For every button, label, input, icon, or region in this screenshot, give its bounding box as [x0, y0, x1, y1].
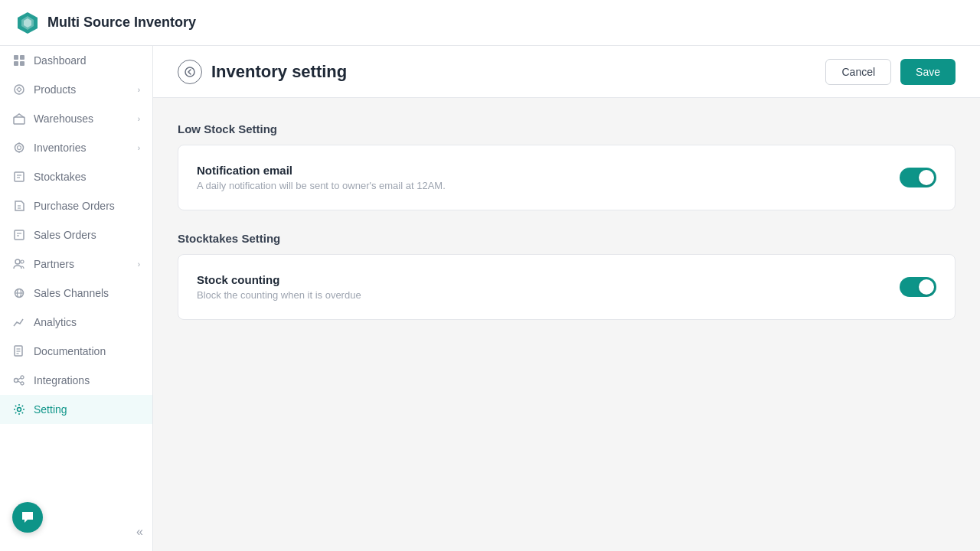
page-header: Inventory setting Cancel Save — [153, 46, 980, 98]
svg-rect-13 — [15, 172, 24, 181]
stock-counting-desc: Block the counting when it is overdue — [197, 289, 361, 301]
sidebar-label-purchase-orders: Purchase Orders — [34, 200, 115, 212]
page-title-area: Inventory setting — [178, 60, 347, 84]
svg-point-10 — [18, 146, 21, 150]
sidebar-label-warehouses: Warehouses — [34, 112, 93, 125]
stocktakes-section: Stocktakes Setting Stock counting Block … — [178, 232, 956, 320]
sidebar-item-inventories[interactable]: Inventories › — [0, 133, 152, 162]
stock-counting-name: Stock counting — [197, 273, 361, 286]
integrations-icon — [12, 373, 26, 387]
sidebar-label-dashboard: Dashboard — [34, 54, 87, 67]
save-button[interactable]: Save — [900, 59, 956, 85]
sidebar-item-setting[interactable]: Setting — [0, 395, 152, 424]
sidebar-item-products[interactable]: Products › — [0, 75, 152, 104]
svg-rect-18 — [15, 230, 24, 240]
svg-point-35 — [18, 408, 21, 412]
svg-point-7 — [15, 85, 24, 94]
stocktakes-icon — [12, 170, 26, 184]
main-layout: Dashboard Products › Warehouses › Invent… — [0, 46, 980, 551]
notification-email-info: Notification email A daily notification … — [197, 164, 446, 191]
stock-counting-toggle-thumb — [919, 279, 934, 295]
sidebar-item-analytics[interactable]: Analytics — [0, 308, 152, 337]
inventories-icon — [12, 141, 26, 155]
notification-email-name: Notification email — [197, 164, 446, 177]
page-title: Inventory setting — [211, 62, 347, 82]
sidebar-item-stocktakes[interactable]: Stocktakes — [0, 162, 152, 191]
svg-point-32 — [21, 382, 24, 385]
svg-rect-8 — [14, 117, 24, 124]
sidebar-label-inventories: Inventories — [34, 142, 86, 154]
notification-email-toggle-thumb — [919, 170, 934, 185]
back-button[interactable] — [178, 60, 202, 84]
svg-point-21 — [15, 259, 20, 264]
products-icon — [12, 83, 26, 96]
stock-counting-info: Stock counting Block the counting when i… — [197, 273, 361, 301]
app-title: Multi Source Inventory — [47, 15, 196, 31]
sidebar-item-sales-orders[interactable]: Sales Orders — [0, 220, 152, 249]
chat-button[interactable] — [12, 502, 43, 533]
sidebar-label-sales-orders: Sales Orders — [34, 229, 96, 241]
notification-email-toggle[interactable] — [900, 168, 936, 187]
stock-counting-toggle[interactable] — [900, 277, 936, 297]
warehouses-chevron: › — [138, 115, 140, 123]
svg-point-36 — [185, 67, 194, 77]
sales-channels-icon — [12, 286, 26, 300]
svg-point-22 — [21, 260, 24, 263]
sidebar-label-products: Products — [34, 83, 76, 96]
cancel-button[interactable]: Cancel — [825, 59, 891, 85]
low-stock-section-title: Low Stock Setting — [178, 122, 956, 135]
sidebar-item-documentation[interactable]: Documentation — [0, 337, 152, 366]
setting-icon — [12, 403, 26, 416]
svg-point-30 — [15, 379, 18, 383]
sidebar-item-integrations[interactable]: Integrations — [0, 366, 152, 395]
sidebar-label-integrations: Integrations — [34, 374, 90, 386]
settings-content: Low Stock Setting Notification email A d… — [153, 98, 980, 551]
svg-line-34 — [18, 381, 21, 383]
stock-counting-card: Stock counting Block the counting when i… — [178, 254, 956, 320]
notification-email-toggle-track — [900, 168, 936, 187]
app-logo-icon — [15, 11, 40, 35]
sidebar-item-partners[interactable]: Partners › — [0, 249, 152, 279]
svg-rect-5 — [14, 61, 18, 66]
sidebar-item-purchase-orders[interactable]: Purchase Orders — [0, 191, 152, 220]
sidebar-label-setting: Setting — [34, 403, 67, 416]
sidebar-label-partners: Partners — [34, 258, 74, 270]
inventories-chevron: › — [138, 144, 140, 152]
header-actions: Cancel Save — [825, 59, 956, 85]
sales-orders-icon — [12, 228, 26, 242]
sidebar-label-stocktakes: Stocktakes — [34, 171, 86, 183]
top-header: Multi Source Inventory — [0, 0, 980, 46]
documentation-icon — [12, 344, 26, 358]
svg-rect-6 — [20, 61, 24, 66]
purchase-orders-icon — [12, 199, 26, 213]
notification-email-desc: A daily notification will be sent to own… — [197, 180, 446, 191]
sidebar-label-sales-channels: Sales Channels — [34, 287, 109, 299]
sidebar: Dashboard Products › Warehouses › Invent… — [0, 46, 153, 551]
collapse-sidebar-button[interactable]: « — [136, 525, 143, 539]
svg-rect-3 — [14, 55, 18, 60]
analytics-icon — [12, 315, 26, 329]
svg-rect-4 — [20, 55, 24, 60]
sidebar-item-dashboard[interactable]: Dashboard — [0, 46, 152, 75]
partners-chevron: › — [138, 260, 140, 269]
svg-point-9 — [15, 144, 24, 152]
dashboard-icon — [12, 54, 26, 67]
stocktakes-section-title: Stocktakes Setting — [178, 232, 956, 245]
stock-counting-toggle-track — [900, 277, 936, 297]
sidebar-label-analytics: Analytics — [34, 316, 77, 328]
products-chevron: › — [138, 86, 140, 94]
partners-icon — [12, 257, 26, 271]
warehouses-icon — [12, 112, 26, 126]
sidebar-item-warehouses[interactable]: Warehouses › — [0, 104, 152, 133]
sidebar-label-documentation: Documentation — [34, 345, 106, 357]
content-area: Inventory setting Cancel Save Low Stock … — [153, 46, 980, 551]
sidebar-item-sales-channels[interactable]: Sales Channels — [0, 279, 152, 308]
svg-point-31 — [21, 376, 24, 379]
svg-line-33 — [18, 378, 21, 380]
notification-email-card: Notification email A daily notification … — [178, 145, 956, 210]
low-stock-section: Low Stock Setting Notification email A d… — [178, 122, 956, 210]
